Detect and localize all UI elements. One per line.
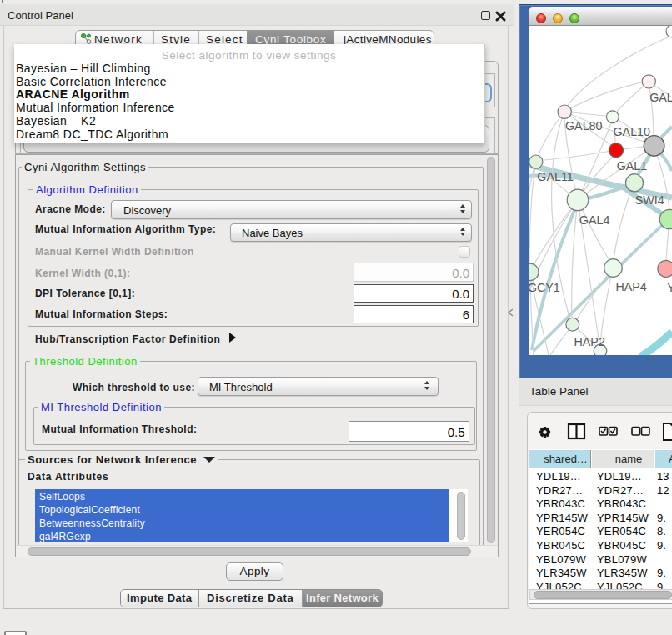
svg-text:Y: Y <box>667 281 672 294</box>
svg-text:HAP2: HAP2 <box>574 335 605 348</box>
svg-text:GAL: GAL <box>649 91 672 104</box>
svg-text:GAL10: GAL10 <box>614 125 651 138</box>
svg-text:GAL4: GAL4 <box>579 213 610 227</box>
svg-text:GCY1: GCY1 <box>529 281 560 294</box>
svg-text:GAL1: GAL1 <box>617 159 648 172</box>
svg-text:GAL80: GAL80 <box>565 119 603 132</box>
svg-text:HAP4: HAP4 <box>615 280 646 293</box>
svg-text:GAL11: GAL11 <box>537 170 573 183</box>
svg-text:SWI4: SWI4 <box>635 193 664 207</box>
